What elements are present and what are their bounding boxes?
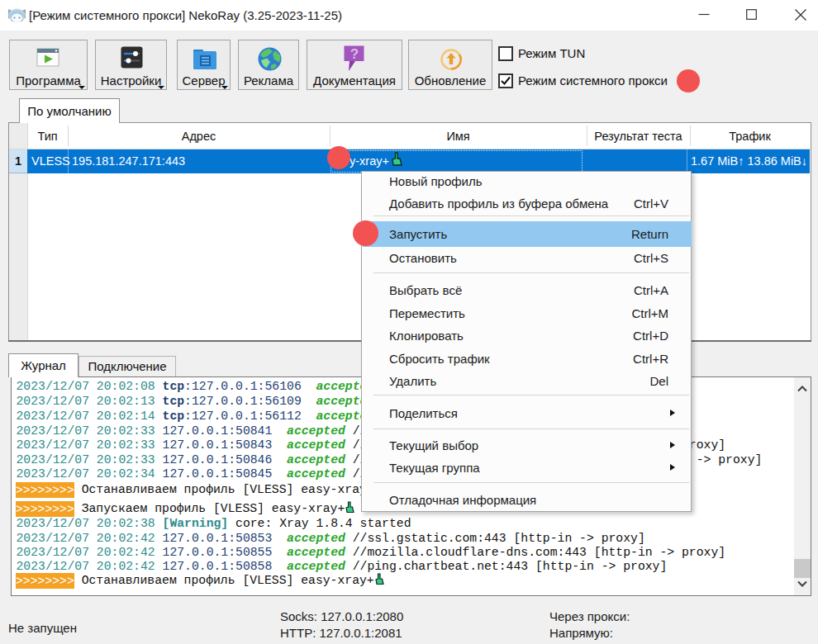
svg-text:?: ? <box>350 46 359 62</box>
